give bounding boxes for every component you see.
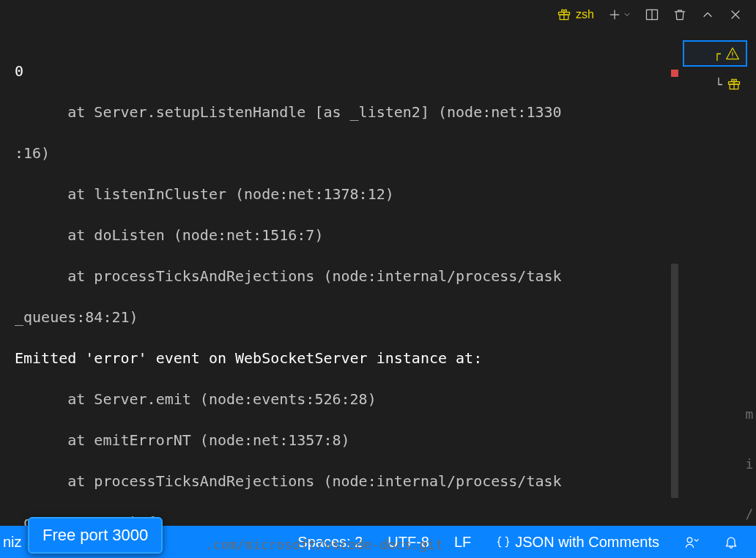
status-left: niz	[0, 526, 25, 558]
split-terminal-button[interactable]	[645, 7, 659, 22]
status-eol[interactable]: LF	[450, 526, 475, 558]
right-gutter-text: m i /	[743, 406, 756, 521]
terminal-line: Emitted 'error' event on WebSocketServer…	[15, 348, 675, 368]
terminal-line: at processTicksAndRejections (node:inter…	[15, 266, 675, 286]
close-panel-button[interactable]	[728, 7, 743, 22]
hover-tooltip: Free port 3000	[28, 517, 163, 554]
gift-icon	[557, 7, 571, 22]
tree-branch-icon: └	[715, 78, 722, 92]
status-item-truncated[interactable]: niz	[0, 526, 25, 558]
tree-branch-icon: ┌	[714, 47, 721, 61]
maximize-panel-button[interactable]	[700, 7, 715, 22]
kill-terminal-button[interactable]	[672, 7, 687, 22]
terminal-toolbar: zsh	[0, 0, 756, 29]
gutter-char: m	[746, 406, 754, 422]
chevron-down-icon[interactable]	[623, 7, 631, 22]
terminal-line: at processTicksAndRejections (node:inter…	[15, 471, 675, 491]
terminal-line: :16)	[15, 143, 675, 163]
background-text: .com/microsoft/vscode-docs.git	[205, 537, 443, 552]
braces-icon	[496, 535, 511, 549]
svg-point-5	[687, 537, 692, 543]
warning-icon	[725, 46, 740, 61]
terminal-line: at listenInCluster (node:net:1378:12)	[15, 184, 675, 204]
terminal-tabs-sidebar: ┌ └	[683, 40, 747, 97]
terminal-line: at doListen (node:net:1516:7)	[15, 225, 675, 245]
feedback-icon	[684, 535, 699, 549]
language-label: JSON with Comments	[515, 534, 659, 551]
status-notifications-button[interactable]	[719, 526, 743, 558]
plus-icon	[607, 7, 622, 22]
gutter-char: i	[746, 456, 754, 472]
bell-icon	[724, 535, 738, 549]
terminal-line: _queues:84:21)	[15, 307, 675, 327]
tooltip-text: Free port 3000	[42, 526, 148, 544]
terminal-line: 0	[15, 61, 675, 81]
vscode-terminal-view: zsh ┌ └ m i / 0 at Server.setupListenHan…	[0, 0, 756, 558]
status-feedback-button[interactable]	[680, 526, 703, 558]
terminal-output[interactable]: 0 at Server.setupListenHandle [as _liste…	[15, 40, 675, 518]
gutter-char: /	[746, 506, 754, 521]
gift-icon	[727, 77, 741, 92]
terminal-tab-2[interactable]: └	[683, 71, 747, 97]
terminal-tab-1[interactable]: ┌	[683, 40, 747, 67]
terminal-shell-label[interactable]: zsh	[557, 7, 594, 22]
terminal-line: at emitErrorNT (node:net:1357:8)	[15, 430, 675, 450]
shell-name: zsh	[576, 8, 594, 21]
status-language[interactable]: JSON with Comments	[492, 526, 664, 558]
terminal-line: at Server.emit (node:events:526:28)	[15, 389, 675, 409]
terminal-line: at Server.setupListenHandle [as _listen2…	[15, 102, 675, 122]
new-terminal-button[interactable]	[607, 7, 631, 22]
